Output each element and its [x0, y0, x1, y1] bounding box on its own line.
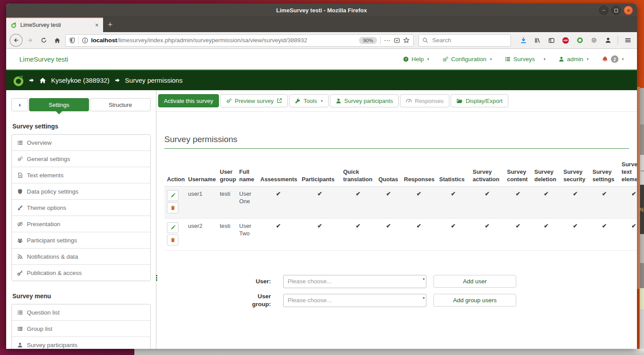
add-user-button[interactable]: Add user	[433, 275, 516, 288]
brush-icon	[17, 205, 23, 211]
menu-hamburger-icon[interactable]	[622, 35, 633, 46]
sidebar-item-participant-settings[interactable]: Participant settings	[12, 232, 150, 249]
new-tab-button[interactable]: +	[103, 17, 117, 32]
cell-permission: ✔	[561, 218, 590, 250]
add-group-users-button[interactable]: Add group users	[433, 294, 516, 307]
adblock-plus-icon[interactable]: ABP	[560, 35, 571, 46]
delete-permissions-button[interactable]	[167, 234, 178, 245]
eye-slash-icon	[17, 221, 23, 227]
home-icon[interactable]	[39, 77, 46, 84]
limesurvey-logo[interactable]	[12, 75, 24, 86]
sidebar-item-data-policy-settings[interactable]: Data policy settings	[12, 183, 150, 200]
column-header-survey-text-elements: Survey text elements	[619, 158, 637, 186]
cell-permission: ✔	[341, 218, 376, 250]
user-icon	[559, 56, 564, 62]
column-header-action: Action	[164, 158, 185, 186]
add-permission-form: User: Please choose... ▾ Add user User g…	[156, 275, 637, 308]
minimize-button[interactable]: −	[599, 6, 608, 15]
sidebar-item-overview[interactable]: Overview	[12, 135, 150, 151]
extension-ring-icon[interactable]	[574, 35, 585, 46]
background-window-fragment	[640, 124, 644, 155]
tab-structure[interactable]: Structure	[90, 98, 151, 111]
display-export-button[interactable]: Display/Export	[451, 94, 508, 107]
cell-permission: ✔	[376, 218, 401, 250]
edit-permissions-button[interactable]	[167, 222, 178, 233]
sidebar-item-presentation[interactable]: Presentation	[12, 216, 150, 232]
column-header-username: Username	[185, 158, 217, 186]
maximize-button[interactable]	[611, 6, 621, 15]
app-nav: ? Help▾ Configuration▾ Surveys▾ admin▾	[403, 55, 624, 63]
app-header: LimeSurvey testi ? Help▾ Configuration▾ …	[6, 49, 637, 70]
bookmark-star-icon[interactable]	[403, 37, 410, 44]
nav-help[interactable]: ? Help▾	[403, 56, 429, 62]
edit-permissions-button[interactable]	[167, 190, 178, 201]
window-titlebar: LimeSurvey testi - Mozilla Firefox − ×	[6, 4, 637, 17]
nav-surveys[interactable]: Surveys▾	[505, 56, 545, 62]
library-icon[interactable]	[532, 35, 543, 46]
survey-participants-button[interactable]: Survey participants	[330, 94, 399, 107]
browser-tab[interactable]: LimeSurvey testi ×	[6, 17, 103, 32]
close-button[interactable]: ×	[624, 6, 633, 15]
back-button[interactable]	[10, 34, 22, 47]
tab-settings[interactable]: Settings	[29, 98, 89, 111]
check-icon: ✔	[386, 223, 391, 229]
check-icon: ✔	[417, 223, 422, 229]
sidebar-item-question-list[interactable]: Question list	[12, 304, 150, 321]
nav-admin[interactable]: admin▾	[559, 56, 588, 62]
sidebar-item-group-list[interactable]: Group list	[12, 321, 150, 337]
downloads-icon[interactable]	[518, 35, 529, 46]
url-text[interactable]: localhost/limesurvey/index.php/admin/sur…	[91, 37, 356, 44]
trash-icon	[170, 205, 175, 210]
sidebar-resize-handle[interactable]	[156, 275, 157, 281]
permissions-table: ActionUsernameUser groupFull nameAssessm…	[164, 158, 637, 251]
url-bar[interactable]: localhost/limesurvey/index.php/admin/sur…	[65, 34, 414, 47]
external-link-icon	[277, 98, 282, 103]
sidebar-item-general-settings[interactable]: General settings	[12, 151, 150, 167]
delete-permissions-button[interactable]	[167, 202, 178, 213]
search-bar[interactable]	[418, 34, 511, 47]
user-select[interactable]: Please choose... ▾	[283, 275, 426, 288]
column-header-participants: Participants	[299, 158, 341, 186]
breadcrumb-survey[interactable]: Kyselykoe (388932)	[51, 77, 110, 84]
check-icon: ✔	[356, 223, 361, 229]
sidebar-item-label: Overview	[27, 139, 52, 146]
activate-survey-button[interactable]: Activate this survey	[158, 94, 219, 107]
tracking-shield-icon[interactable]	[69, 37, 75, 44]
home-button[interactable]	[52, 35, 63, 46]
preview-survey-button[interactable]: Preview survey	[220, 94, 288, 107]
help-icon: ?	[403, 56, 409, 62]
search-input[interactable]	[431, 37, 507, 44]
nav-configuration[interactable]: Configuration▾	[442, 56, 492, 62]
extension-gear-icon[interactable]	[588, 35, 600, 46]
page-actions-icon[interactable]: ⋯	[384, 37, 391, 44]
trash-icon	[170, 238, 175, 242]
sidebar-collapse-button[interactable]: ‹	[11, 98, 28, 111]
sidebar-item-label: Theme options	[27, 205, 66, 211]
search-icon	[422, 37, 428, 43]
cell-permission: ✔	[470, 186, 504, 218]
sidebar-item-theme-options[interactable]: Theme options	[12, 200, 150, 216]
nav-notifications[interactable]: 2 ▾	[602, 55, 624, 63]
cell-username: user2	[185, 218, 217, 250]
sidebar-item-notifications-data[interactable]: Notifications & data	[12, 249, 150, 265]
tab-close-icon[interactable]: ×	[95, 22, 99, 29]
zoom-level-badge[interactable]: 90%	[359, 37, 377, 44]
site-info-icon[interactable]	[82, 37, 88, 44]
tab-bar: LimeSurvey testi × +	[6, 17, 637, 32]
background-window-fragment	[640, 309, 644, 355]
sidebar-item-survey-participants[interactable]: Survey participants	[12, 337, 150, 349]
responses-button[interactable]: Responses	[400, 94, 449, 107]
sidebar-item-text-elements[interactable]: Text elements	[12, 167, 150, 183]
brand-link[interactable]: LimeSurvey testi	[19, 55, 68, 63]
reload-button[interactable]	[38, 35, 49, 46]
pocket-icon[interactable]	[394, 37, 400, 44]
background-window-bottom	[134, 349, 644, 355]
sidebar-item-publication-access[interactable]: Publication & access	[12, 265, 150, 281]
cell-username: user1	[185, 186, 217, 218]
cell-permission: ✔	[341, 186, 376, 218]
profile-icon[interactable]	[602, 35, 614, 46]
tools-button[interactable]: Tools▾	[289, 94, 328, 107]
sidebars-icon[interactable]	[546, 35, 557, 46]
user-group-select[interactable]: Please choose... ▾	[283, 294, 426, 307]
forward-button[interactable]	[25, 35, 36, 46]
